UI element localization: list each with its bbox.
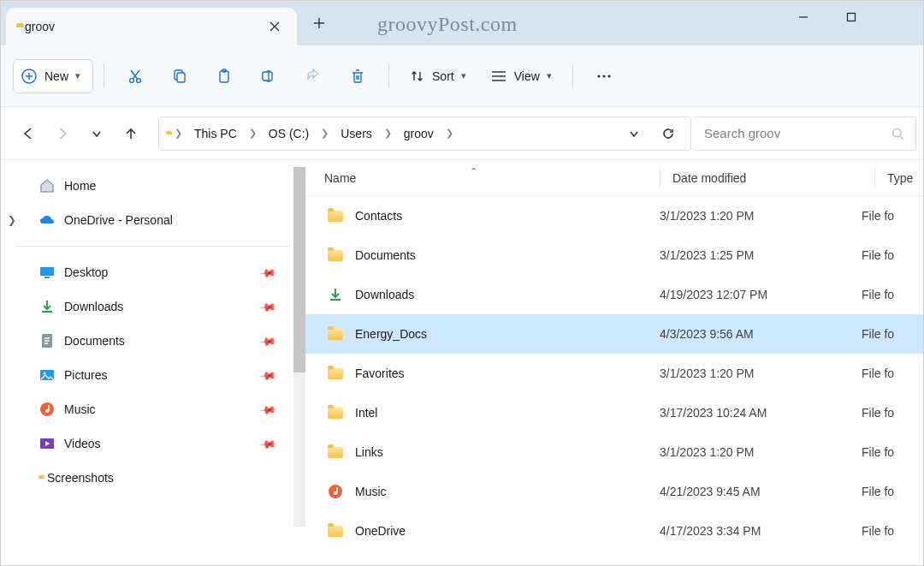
separator xyxy=(15,246,290,247)
svg-point-9 xyxy=(597,74,600,77)
share-icon xyxy=(305,68,322,85)
breadcrumb-item[interactable]: groov xyxy=(400,127,437,140)
watermark-text: groovyPost.com xyxy=(377,13,518,36)
column-header-date[interactable]: Date modified xyxy=(672,171,874,185)
sidebar-item[interactable]: Downloads📌 xyxy=(15,289,300,324)
rename-button[interactable] xyxy=(248,57,289,95)
scrollbar-thumb[interactable] xyxy=(293,167,305,372)
column-headers: Name ⌃ Date modified Type xyxy=(305,160,923,196)
sidebar-item-label: Desktop xyxy=(64,265,108,279)
search-input[interactable] xyxy=(704,126,891,140)
chevron-down-icon: ▾ xyxy=(75,70,80,81)
sidebar-item-onedrive[interactable]: ❯ OneDrive - Personal xyxy=(15,203,300,237)
minimize-button[interactable] xyxy=(779,1,827,33)
sidebar-item-home[interactable]: Home xyxy=(15,169,300,203)
chevron-right-icon[interactable]: ❯ xyxy=(8,214,16,226)
file-row[interactable]: Energy_Docs4/3/2023 9:56 AMFile fo xyxy=(305,314,923,354)
rename-icon xyxy=(260,68,277,85)
sidebar-item[interactable]: Desktop📌 xyxy=(15,255,300,289)
sidebar-item-label: Screenshots xyxy=(47,471,114,485)
folder-icon xyxy=(324,447,346,458)
scissors-icon xyxy=(127,68,144,85)
copy-button[interactable] xyxy=(159,57,200,95)
active-tab[interactable]: groov xyxy=(6,8,297,45)
svg-point-3 xyxy=(137,78,141,82)
separator xyxy=(388,64,389,88)
separator[interactable] xyxy=(874,169,875,188)
forward-button[interactable] xyxy=(47,118,78,149)
new-button[interactable]: New ▾ xyxy=(13,59,93,93)
file-row[interactable]: Music4/21/2023 9:45 AMFile fo xyxy=(305,472,923,511)
breadcrumb-item[interactable]: OS (C:) xyxy=(265,127,312,140)
sidebar-item[interactable]: Videos📌 xyxy=(15,426,300,461)
separator[interactable] xyxy=(660,169,660,188)
file-type: File fo xyxy=(862,248,923,262)
folder-icon xyxy=(324,250,346,261)
pictures-icon xyxy=(38,366,56,384)
sort-button[interactable]: Sort ▾ xyxy=(400,59,477,93)
file-row[interactable]: Downloads4/19/2023 12:07 PMFile fo xyxy=(305,275,923,314)
file-type: File fo xyxy=(862,327,923,341)
address-bar-row: ❯ This PC ❯ OS (C:) ❯ Users ❯ groov ❯ xyxy=(1,107,923,160)
file-row[interactable]: Links3/1/2023 1:20 PMFile fo xyxy=(305,432,923,472)
file-list-pane: Name ⌃ Date modified Type Contacts3/1/20… xyxy=(305,160,923,566)
sidebar-item[interactable]: Music📌 xyxy=(15,392,300,426)
file-type: File fo xyxy=(862,288,923,301)
address-bar[interactable]: ❯ This PC ❯ OS (C:) ❯ Users ❯ groov ❯ xyxy=(158,116,691,151)
sidebar-item-label: Music xyxy=(64,402,96,416)
sidebar-item[interactable]: Documents📌 xyxy=(15,324,300,358)
maximize-button[interactable] xyxy=(827,1,875,33)
file-name: OneDrive xyxy=(355,524,660,538)
cut-button[interactable] xyxy=(115,57,156,95)
download-icon xyxy=(38,298,56,315)
breadcrumb-item[interactable]: Users xyxy=(337,127,376,140)
new-tab-button[interactable] xyxy=(302,6,336,40)
refresh-button[interactable] xyxy=(653,118,684,149)
videos-icon xyxy=(38,435,56,452)
file-date: 3/17/2023 10:24 AM xyxy=(660,406,862,420)
svg-point-22 xyxy=(334,492,337,495)
file-type: File fo xyxy=(862,445,923,459)
back-button[interactable] xyxy=(13,118,44,149)
breadcrumb-item[interactable]: This PC xyxy=(191,127,240,140)
sidebar-item-label: OneDrive - Personal xyxy=(64,213,173,227)
paste-button[interactable] xyxy=(204,57,245,95)
sidebar-item[interactable]: Screenshots xyxy=(15,461,300,495)
search-box[interactable] xyxy=(694,116,916,151)
file-row[interactable]: Documents3/1/2023 1:25 PMFile fo xyxy=(305,235,923,275)
music-icon xyxy=(38,401,56,418)
sidebar-item[interactable]: Pictures📌 xyxy=(15,358,300,392)
svg-point-10 xyxy=(602,74,605,77)
delete-button[interactable] xyxy=(337,57,378,95)
search-icon xyxy=(891,126,905,141)
sidebar-item-label: Pictures xyxy=(64,368,108,382)
desktop-icon xyxy=(38,264,56,281)
pin-icon: 📌 xyxy=(258,434,277,453)
file-row[interactable]: Contacts3/1/2023 1:20 PMFile fo xyxy=(305,196,923,235)
more-button[interactable] xyxy=(583,57,625,95)
svg-rect-13 xyxy=(40,267,54,276)
svg-rect-8 xyxy=(263,72,272,80)
file-type: File fo xyxy=(862,485,923,498)
window-close-button[interactable] xyxy=(875,1,923,33)
share-button[interactable] xyxy=(293,57,334,95)
folder-icon xyxy=(324,211,346,222)
address-dropdown-button[interactable] xyxy=(619,118,649,149)
up-button[interactable] xyxy=(116,118,146,149)
chevron-right-icon: ❯ xyxy=(442,128,457,139)
view-button[interactable]: View ▾ xyxy=(480,59,562,93)
file-row[interactable]: Favorites3/1/2023 1:20 PMFile fo xyxy=(305,354,923,393)
file-row[interactable]: OneDrive4/17/2023 3:34 PMFile fo xyxy=(305,511,923,551)
chevron-down-icon: ▾ xyxy=(461,70,466,81)
view-label: View xyxy=(514,69,540,83)
svg-point-12 xyxy=(893,128,901,136)
recent-button[interactable] xyxy=(81,118,112,149)
close-tab-button[interactable] xyxy=(263,15,287,39)
folder-icon xyxy=(324,368,346,379)
column-header-name[interactable]: Name ⌃ xyxy=(324,171,660,185)
svg-point-19 xyxy=(45,409,49,413)
file-row[interactable]: Intel3/17/2023 10:24 AMFile fo xyxy=(305,393,923,432)
column-header-type[interactable]: Type xyxy=(887,171,923,185)
chevron-right-icon: ❯ xyxy=(381,128,395,139)
svg-rect-0 xyxy=(848,14,856,21)
